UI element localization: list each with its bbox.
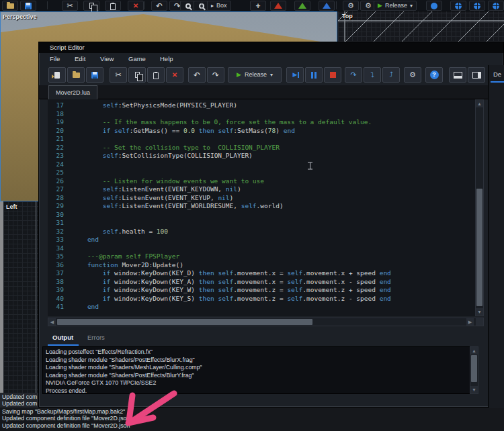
toolbar-button-settings-gear-1[interactable]: ⚙ bbox=[343, 1, 359, 11]
toolbar-button-delete[interactable]: ✕ bbox=[166, 67, 183, 83]
toolbar-button-open[interactable] bbox=[67, 67, 85, 83]
scroll-down-icon[interactable]: ▼ bbox=[470, 386, 478, 393]
toolbar-button-step-over[interactable]: ↷ bbox=[345, 67, 362, 83]
code-token: .health = bbox=[118, 228, 157, 235]
scroll-down-icon[interactable]: ▼ bbox=[476, 308, 483, 316]
toolbar-button-pause[interactable] bbox=[305, 67, 323, 83]
output-vertical-scrollbar[interactable]: ▲ ▼ bbox=[470, 346, 478, 394]
toolbar-button-run-release[interactable]: ▶Release▾ bbox=[374, 1, 417, 11]
tab-errors[interactable]: Errors bbox=[87, 334, 105, 341]
toolbar-button-toggle-right-panel[interactable] bbox=[468, 67, 485, 83]
toolbar-button-render-wire-1[interactable] bbox=[450, 1, 466, 11]
open-folder-icon bbox=[7, 3, 14, 9]
toolbar-button-save[interactable] bbox=[20, 1, 36, 11]
toolbar-button-save[interactable] bbox=[86, 67, 103, 83]
code-token: .movement.x + speed bbox=[302, 269, 379, 277]
code-token: end bbox=[380, 278, 391, 285]
line-number: 27 bbox=[48, 185, 64, 194]
gear-icon: ⚙ bbox=[347, 2, 354, 9]
tab-mover2d-lua[interactable]: Mover2D.lua bbox=[48, 85, 97, 99]
code-line: 35 ---@param self FPSPlayer bbox=[48, 252, 475, 261]
toolbar-button-add[interactable]: + bbox=[250, 1, 266, 11]
toolbar-button-terrain-sculpt-red[interactable] bbox=[270, 1, 286, 11]
code-line: 21 bbox=[48, 135, 475, 144]
script-editor-titlebar[interactable]: Script Editor bbox=[39, 42, 503, 53]
toolbar-button-cut[interactable]: ✂ bbox=[62, 1, 78, 11]
toolbar-button-box-dropdown[interactable]: ▸Box bbox=[207, 1, 231, 11]
code-editor[interactable]: 17 self:SetPhysicsMode(PHYSICS_PLAYER)18… bbox=[48, 99, 475, 316]
toolbar-button-terrain-sculpt-blue[interactable] bbox=[319, 1, 335, 11]
toolbar-button-copy[interactable] bbox=[83, 1, 99, 11]
code-token: Mover2D:Update() bbox=[118, 261, 183, 269]
toolbar-button-step-into[interactable]: ⤵ bbox=[364, 67, 381, 83]
scroll-thumb[interactable] bbox=[476, 189, 482, 306]
code-token: self bbox=[114, 127, 130, 134]
toolbar-button-undo[interactable]: ↶ bbox=[151, 1, 167, 11]
toolbar-button-continue[interactable]: ▶ bbox=[286, 67, 304, 83]
code-token bbox=[72, 269, 103, 277]
line-number: 36 bbox=[48, 261, 64, 270]
scroll-left-icon[interactable]: ◀ bbox=[48, 318, 56, 326]
script-editor-window[interactable]: Script Editor FileEditViewGameHelp ✂✕↶↷▶… bbox=[38, 42, 504, 408]
code-token bbox=[72, 295, 103, 302]
toolbar-button-run-release[interactable]: ▶Release▾ bbox=[228, 67, 282, 83]
gear-icon: ⚙ bbox=[365, 2, 372, 9]
code-line: 26 -- Listen for window events we want t… bbox=[48, 177, 475, 186]
scroll-up-icon[interactable]: ▲ bbox=[476, 100, 483, 107]
toolbar-button-render-solid[interactable] bbox=[426, 1, 442, 11]
toolbar-button-cut[interactable]: ✂ bbox=[110, 67, 127, 83]
toolbar-button-redo[interactable]: ↷ bbox=[207, 67, 224, 83]
toolbar-button-undo[interactable]: ↶ bbox=[188, 67, 206, 83]
menu-help[interactable]: Help bbox=[157, 53, 176, 65]
menu-file[interactable]: File bbox=[47, 53, 62, 65]
console-line: Updated component definition file "Mover… bbox=[2, 422, 130, 429]
toolbar-button-terrain-sculpt-green[interactable] bbox=[294, 1, 310, 11]
toolbar-separator bbox=[47, 1, 48, 9]
toolbar-button-step-out[interactable]: ⤴ bbox=[382, 67, 400, 83]
toolbar-button-open-folder[interactable] bbox=[2, 1, 18, 11]
script-editor-tabbar: Mover2D.lua bbox=[39, 85, 503, 99]
code-token: window:KeyDown(KEY_D) bbox=[110, 269, 199, 277]
play-icon: ▶ bbox=[237, 72, 241, 78]
scroll-thumb[interactable] bbox=[57, 319, 312, 325]
code-token: ---@param self FPSPlayer bbox=[72, 252, 179, 260]
code-token bbox=[72, 152, 103, 159]
code-line: 31 bbox=[48, 219, 475, 228]
dropdown-caret-icon: ▸ bbox=[211, 3, 214, 9]
viewport-left[interactable] bbox=[3, 201, 38, 395]
code-token: if bbox=[103, 127, 110, 134]
toolbar-button-settings[interactable]: ⚙ bbox=[404, 67, 421, 83]
toolbar-button-render-wire-3[interactable] bbox=[488, 1, 504, 11]
code-token: ) bbox=[237, 185, 241, 193]
scroll-up-icon[interactable]: ▲ bbox=[470, 347, 478, 354]
code-token: :GetMass() == bbox=[130, 127, 183, 134]
toolbar-button-paste[interactable] bbox=[105, 1, 121, 11]
toolbar-button-copy[interactable] bbox=[128, 67, 146, 83]
toolbar-button-help[interactable]: ? bbox=[425, 67, 443, 83]
tab-debug[interactable]: De bbox=[493, 70, 501, 78]
code-token bbox=[72, 261, 87, 269]
code-token: then bbox=[199, 269, 214, 277]
output-console[interactable]: Loading posteffect "Effects/Refraction.f… bbox=[42, 346, 478, 394]
toolbar-button-paste[interactable] bbox=[147, 67, 165, 83]
code-token: .movement.z - speed bbox=[302, 295, 379, 302]
toolbar-button-stop[interactable] bbox=[324, 67, 341, 83]
toolbar-button-render-wire-2[interactable] bbox=[469, 1, 485, 11]
main-toolbar: ✂✕↶↷▸Box+⚙⚙▶Release▾ bbox=[0, 0, 504, 11]
code-vertical-scrollbar[interactable]: ▲ ▼ bbox=[475, 99, 484, 316]
scroll-right-icon[interactable]: ▶ bbox=[466, 318, 474, 326]
code-token: self bbox=[103, 185, 118, 193]
code-line: 25 bbox=[48, 169, 475, 177]
menu-game[interactable]: Game bbox=[126, 53, 149, 65]
toolbar-button-toggle-bottom-panel[interactable] bbox=[449, 67, 466, 83]
code-token: :SetMass( bbox=[233, 127, 267, 134]
scroll-thumb[interactable] bbox=[471, 355, 477, 382]
code-horizontal-scrollbar[interactable]: ◀ ▶ bbox=[48, 318, 484, 326]
toolbar-button-new-script[interactable] bbox=[48, 67, 66, 83]
toolbar-button-delete[interactable]: ✕ bbox=[128, 1, 144, 11]
tab-output[interactable]: Output bbox=[52, 334, 73, 341]
menu-edit[interactable]: Edit bbox=[72, 53, 88, 65]
paste-icon bbox=[110, 3, 116, 10]
menu-view[interactable]: View bbox=[97, 53, 116, 65]
code-token: ) bbox=[230, 194, 234, 201]
